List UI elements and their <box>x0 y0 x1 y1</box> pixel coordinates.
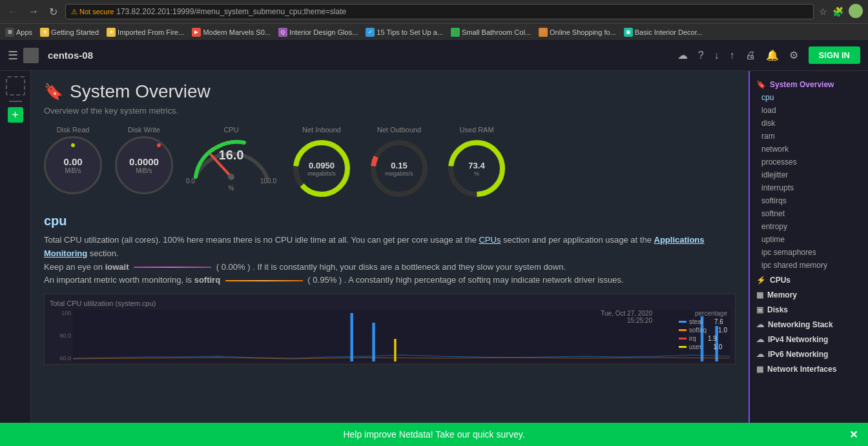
page-title: System Overview <box>70 81 211 102</box>
bookmark-label: Getting Started <box>51 28 99 36</box>
disk-write-unit: MiB/s <box>136 167 152 174</box>
disk-read-label: Disk Read <box>44 126 102 134</box>
bookmark-item[interactable]: 🛒Online Shopping fo... <box>539 28 616 37</box>
bookmark-item[interactable]: ▣Basic Interior Decor... <box>624 28 703 37</box>
bell-icon[interactable]: 🔔 <box>766 49 779 61</box>
net-inbound-unit: megabits/s <box>307 170 336 177</box>
sidebar-groups: ⚡CPUs▦Memory▣Disks☁Networking Stack☁IPv4… <box>750 272 868 376</box>
cpu-min: 0.0 <box>186 177 195 185</box>
help-icon[interactable]: ? <box>698 50 704 61</box>
bookmark-item[interactable]: 🌿Small Bathroom Col... <box>451 28 531 37</box>
sidebar-group-IPv4-Networking[interactable]: ☁IPv4 Networking <box>750 331 868 346</box>
ram-label: Used RAM <box>444 126 509 134</box>
group-icon: ⚡ <box>756 276 766 285</box>
net-outbound-value: 0.15 <box>385 161 413 170</box>
hamburger-menu[interactable]: ☰ <box>8 48 18 63</box>
softirq-label: softirq <box>194 275 220 285</box>
star-icon[interactable]: ☆ <box>819 6 827 17</box>
page-title-row: 🔖 System Overview <box>44 81 736 102</box>
group-label: CPUs <box>770 276 790 285</box>
sidebar-dash <box>9 101 22 102</box>
sidebar-item-network[interactable]: network <box>750 143 868 156</box>
bookmark-icon-img: ▶ <box>192 28 201 37</box>
back-button[interactable]: ← <box>5 5 21 19</box>
legend-user: user 1.0 <box>679 343 727 350</box>
cpu-label: CPU <box>186 126 276 134</box>
sidebar-item-softnet[interactable]: softnet <box>750 207 868 220</box>
bookmark-icon-img: ✓ <box>366 28 375 37</box>
profile-icon[interactable] <box>849 4 863 20</box>
sidebar-item-interrupts[interactable]: interrupts <box>750 181 868 194</box>
group-label: IPv4 Networking <box>768 335 828 344</box>
y-label-2: 60.0 <box>50 355 71 361</box>
legend-steal: steal 7.6 <box>679 318 727 325</box>
sidebar-group-Disks[interactable]: ▣Disks <box>750 301 868 316</box>
bookmark-item[interactable]: ✓15 Tips to Set Up a... <box>366 28 443 37</box>
disk-read-value: 0.00 <box>63 156 82 167</box>
bookmark-item[interactable]: ★Imported From Fire... <box>107 28 184 37</box>
cloud-icon[interactable]: ☁ <box>677 49 688 61</box>
bookmark-label: Online Shopping fo... <box>550 28 616 36</box>
percentage-label: percentage <box>679 310 727 317</box>
sidebar-item-entropy[interactable]: entropy <box>750 220 868 233</box>
sidebar-item-processes[interactable]: processes <box>750 156 868 168</box>
cpus-link[interactable]: CPUs <box>479 235 501 245</box>
gauge-dot <box>71 143 75 147</box>
group-icon: ▦ <box>756 290 763 299</box>
sidebar-group-Memory[interactable]: ▦Memory <box>750 287 868 301</box>
svg-rect-8 <box>350 313 353 361</box>
net-outbound-unit: megabits/s <box>385 170 413 177</box>
extensions-icon[interactable]: 🧩 <box>832 6 843 17</box>
refresh-button[interactable]: ↻ <box>46 5 60 19</box>
bookmarks-bar: ⊞Apps★Getting Started★Imported From Fire… <box>0 23 868 40</box>
survey-close-button[interactable]: ✕ <box>849 429 858 441</box>
steal-color <box>679 321 687 323</box>
sidebar-icon-box <box>6 76 25 96</box>
add-button[interactable]: + <box>8 107 23 123</box>
settings-icon[interactable]: ⚙ <box>789 49 798 61</box>
iowait-label: iowait <box>105 262 129 272</box>
legend-softirq: softirq 1.0 <box>679 327 727 334</box>
sidebar-item-ipc-shared-memory[interactable]: ipc shared memory <box>750 259 868 272</box>
download-icon[interactable]: ↓ <box>714 50 719 61</box>
net-outbound-label: Net Outbound <box>367 126 431 134</box>
net-outbound-ring: 0.15 megabits/s <box>367 136 431 201</box>
sidebar-group-CPUs[interactable]: ⚡CPUs <box>750 272 868 287</box>
sidebar-item-ipc-semaphores[interactable]: ipc semaphores <box>750 246 868 259</box>
sidebar-group-IPv6-Networking[interactable]: ☁IPv6 Networking <box>750 346 868 361</box>
bookmark-item[interactable]: ▶Modern Marvels S0... <box>192 28 271 37</box>
sidebar-item-ram[interactable]: ram <box>750 130 868 143</box>
sidebar-group-Networking-Stack[interactable]: ☁Networking Stack <box>750 316 868 331</box>
bookmark-label: Basic Interior Decor... <box>635 28 703 36</box>
chart-title: Total CPU utilization (system.cpu) <box>50 299 730 307</box>
ram-gauge: Used RAM 73.4 % <box>444 126 509 201</box>
upload-icon[interactable]: ↑ <box>730 50 735 61</box>
bookmark-item[interactable]: ★Getting Started <box>40 28 99 37</box>
bookmark-item[interactable]: ⊞Apps <box>5 28 32 37</box>
ram-value: 73.4 <box>468 161 484 170</box>
bookmark-label: Apps <box>16 28 32 36</box>
sidebar-item-cpu[interactable]: cpu <box>750 91 868 104</box>
steal-value: 7.6 <box>705 318 723 325</box>
forward-button[interactable]: → <box>26 5 41 19</box>
ram-unit: % <box>468 170 484 177</box>
net-inbound-label: Net Inbound <box>289 126 354 134</box>
sidebar-item-load[interactable]: load <box>750 104 868 117</box>
sidebar-item-softirqs[interactable]: softirqs <box>750 194 868 207</box>
group-label: Networking Stack <box>768 320 833 329</box>
bookmark-icon-img: 🌿 <box>451 28 460 37</box>
sidebar-item-disk[interactable]: disk <box>750 117 868 130</box>
print-icon[interactable]: 🖨 <box>745 50 756 61</box>
iowait-val: 0.00% <box>222 262 245 272</box>
signin-button[interactable]: SIGN IN <box>809 46 860 64</box>
cpu-speedometer: CPU 16.0 0.0 100.0 <box>186 126 276 193</box>
address-bar[interactable]: ⚠ Not secure 173.82.202.201:19999/#menu_… <box>65 4 814 19</box>
sidebar-item-uptime[interactable]: uptime <box>750 233 868 246</box>
bookmark-item[interactable]: QInterior Design Glos... <box>278 28 358 37</box>
y-label-0: 100 <box>50 310 71 316</box>
disk-write-gauge: Disk Write 0.0000 MiB/s <box>115 126 173 194</box>
user-value: 1.0 <box>704 343 722 350</box>
group-label: Network Interfaces <box>767 365 836 374</box>
sidebar-group-Network-Interfaces[interactable]: ▦Network Interfaces <box>750 361 868 376</box>
sidebar-item-idlejitter[interactable]: idlejitter <box>750 168 868 181</box>
